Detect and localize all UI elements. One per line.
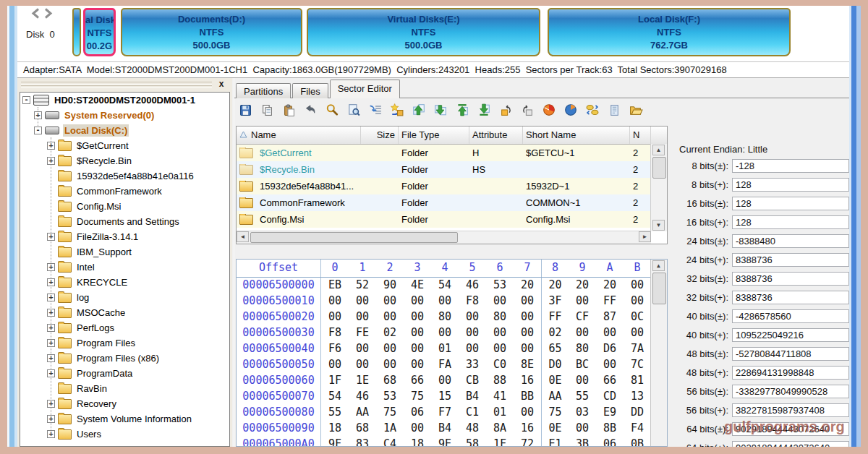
hex-byte[interactable]: 00 xyxy=(459,309,486,325)
tree-expander-icon[interactable]: + xyxy=(47,415,55,423)
undo-sector-icon[interactable] xyxy=(498,103,513,117)
tree-item[interactable]: +$Recycle.Bin xyxy=(20,153,229,168)
endian-value-input[interactable] xyxy=(732,347,849,361)
tree-expander-icon[interactable]: + xyxy=(47,354,55,362)
table-row[interactable]: 15932de5ef4a88b41...Folder15932D~12 xyxy=(237,178,667,194)
hex-byte[interactable]: 00 xyxy=(486,341,514,357)
notes-icon[interactable] xyxy=(607,103,621,117)
hex-byte[interactable]: 00 xyxy=(486,325,514,341)
hex-byte[interactable]: 8A xyxy=(486,421,514,437)
hex-byte[interactable]: 0E xyxy=(541,373,569,389)
hex-byte[interactable]: 66 xyxy=(404,373,431,389)
endian-value-input[interactable] xyxy=(732,197,849,210)
hex-byte[interactable]: 00 xyxy=(459,341,486,357)
hex-byte[interactable]: B4 xyxy=(431,421,459,437)
tree-item[interactable]: +ProgramData xyxy=(20,366,229,381)
hex-byte[interactable]: F6 xyxy=(321,341,349,357)
hex-byte[interactable]: 00 xyxy=(624,325,651,341)
hex-byte[interactable]: 00 xyxy=(349,357,376,373)
hex-byte[interactable]: 06 xyxy=(404,405,431,421)
scrollbar-thumb[interactable] xyxy=(652,157,666,179)
scrollbar-thumb[interactable] xyxy=(652,273,666,304)
endian-value-input[interactable] xyxy=(732,215,849,229)
hex-byte[interactable]: 1F xyxy=(486,437,514,447)
search-icon[interactable] xyxy=(325,103,339,117)
next-sector-icon[interactable] xyxy=(433,103,448,117)
hex-byte[interactable]: F8 xyxy=(459,294,486,309)
hex-byte[interactable]: 00 xyxy=(569,325,596,341)
hex-byte[interactable]: 1E xyxy=(349,373,376,389)
hex-byte[interactable]: 75 xyxy=(541,405,569,421)
column-header-size[interactable]: Size xyxy=(361,127,399,144)
tree-expander-icon[interactable]: + xyxy=(47,294,55,301)
endian-value-input[interactable] xyxy=(732,253,849,267)
hex-byte[interactable]: 54 xyxy=(431,278,459,294)
hex-byte[interactable]: 88 xyxy=(486,373,514,389)
hex-byte[interactable]: 13 xyxy=(624,389,651,405)
table-row[interactable]: CommonFrameworkFolderCOMMON~12 xyxy=(237,194,667,211)
hex-byte[interactable]: 00 xyxy=(349,294,376,309)
hex-byte[interactable]: 00 xyxy=(431,294,459,309)
hex-byte[interactable]: 00 xyxy=(514,309,541,325)
partition-block[interactable] xyxy=(72,8,81,56)
hex-byte[interactable]: F4 xyxy=(624,421,651,437)
endian-value-input[interactable] xyxy=(732,403,849,417)
endian-value-input[interactable] xyxy=(732,385,849,398)
tree-expander-icon[interactable]: + xyxy=(47,324,55,332)
tree-item[interactable]: -HD0:ST2000DMST2000DM001-1 xyxy=(20,93,229,108)
endian-value-input[interactable] xyxy=(732,178,849,192)
tree-expander-icon[interactable]: + xyxy=(47,339,55,347)
column-header-file-type[interactable]: File Type xyxy=(399,127,469,144)
hex-byte[interactable]: 00 xyxy=(624,278,651,294)
hex-byte[interactable]: 58 xyxy=(459,437,486,447)
hex-byte[interactable]: C4 xyxy=(376,437,404,447)
hex-byte[interactable]: 53 xyxy=(486,278,514,294)
table-row[interactable]: $GetCurrentFolderH$GETCU~12 xyxy=(237,145,667,161)
hex-byte[interactable]: 20 xyxy=(514,278,541,294)
scroll-right-icon[interactable]: ► xyxy=(639,231,651,242)
tree-expander-icon[interactable]: + xyxy=(47,263,55,271)
tree-item[interactable]: IBM_Support xyxy=(20,244,229,260)
hex-byte[interactable]: 55 xyxy=(569,389,596,405)
hex-byte[interactable]: 33 xyxy=(459,357,486,373)
hex-byte[interactable]: DD xyxy=(624,405,651,421)
hex-byte[interactable]: 3F xyxy=(541,294,569,309)
last-sector-icon[interactable] xyxy=(477,103,491,117)
hex-byte[interactable]: 80 xyxy=(486,309,514,325)
open-folder-icon[interactable] xyxy=(629,103,643,117)
hex-byte[interactable]: 00 xyxy=(321,309,349,325)
hex-byte[interactable]: 7A xyxy=(624,341,651,357)
hex-byte[interactable]: 00 xyxy=(596,325,624,341)
tree-expander-icon[interactable]: + xyxy=(47,157,55,165)
tree-expander-icon[interactable]: + xyxy=(34,111,42,119)
endian-value-input[interactable] xyxy=(732,272,849,286)
undo-icon[interactable] xyxy=(303,103,318,117)
insert-sector-icon[interactable] xyxy=(390,103,404,117)
tree-item[interactable]: Config.Msi xyxy=(20,199,229,214)
hex-byte[interactable]: 00 xyxy=(431,325,459,341)
tree-item[interactable]: 15932de5ef4a88b41e0a116 xyxy=(20,168,229,184)
hex-byte[interactable]: FF xyxy=(541,309,569,325)
hex-byte[interactable]: 4E xyxy=(404,278,431,294)
search-sector-icon[interactable] xyxy=(346,103,361,117)
hex-byte[interactable]: EB xyxy=(321,278,349,294)
tree-expander-icon[interactable]: + xyxy=(47,430,55,438)
hex-byte[interactable]: B4 xyxy=(459,389,486,405)
hex-byte[interactable]: 20 xyxy=(596,278,624,294)
hex-byte[interactable]: D6 xyxy=(596,341,624,357)
hex-byte[interactable]: 00 xyxy=(514,341,541,357)
hex-byte[interactable]: CF xyxy=(569,309,596,325)
hex-byte[interactable]: 00 xyxy=(376,309,404,325)
scroll-down-icon[interactable]: ▼ xyxy=(652,220,665,231)
hex-byte[interactable]: 00 xyxy=(376,294,404,309)
hex-byte[interactable]: 00 xyxy=(431,373,459,389)
hex-byte[interactable]: 00 xyxy=(321,294,349,309)
tree-item[interactable]: +$GetCurrent xyxy=(20,138,229,153)
usage-pie-blue-icon[interactable] xyxy=(563,103,578,117)
hex-byte[interactable]: 06 xyxy=(596,437,624,447)
hex-vertical-scrollbar[interactable]: ▲ xyxy=(650,260,667,446)
column-header-short-name[interactable]: Short Name xyxy=(523,127,630,144)
endian-value-input[interactable] xyxy=(732,291,849,304)
tree-item[interactable]: -Local Disk(C:) xyxy=(20,123,229,138)
hex-byte[interactable]: 55 xyxy=(321,405,349,421)
